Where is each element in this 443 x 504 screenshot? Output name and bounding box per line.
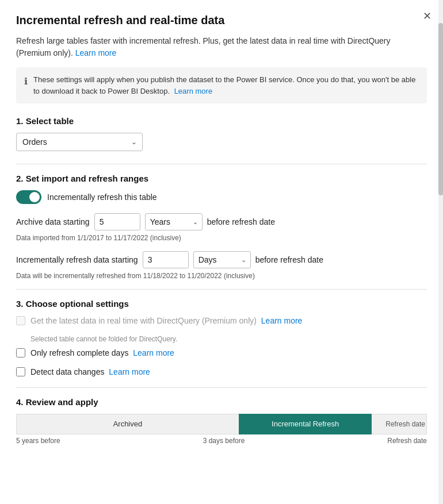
timeline-bar: Archived Incremental Refresh Refresh dat… xyxy=(16,414,427,434)
toggle-knob xyxy=(29,192,40,202)
refresh-value-input[interactable] xyxy=(143,251,189,268)
intro-learn-more-link[interactable]: Learn more xyxy=(75,48,117,57)
complete-days-learn-more-link[interactable]: Learn more xyxy=(133,348,174,357)
section3-title: 3. Choose optional settings xyxy=(16,299,427,309)
directquery-row: Get the latest data in real time with Di… xyxy=(16,316,427,327)
info-learn-more-link[interactable]: Learn more xyxy=(174,87,212,95)
refresh-row: Incrementally refresh data starting Days… xyxy=(16,251,427,268)
refresh-suffix: before refresh date xyxy=(255,255,323,264)
divider3 xyxy=(16,387,427,388)
section1: 1. Select table Orders ⌄ xyxy=(16,116,427,151)
directquery-learn-more-link[interactable]: Learn more xyxy=(261,316,303,325)
section4-title: 4. Review and apply xyxy=(16,397,427,407)
bar-refresh-date: Refresh date xyxy=(372,414,427,434)
section3: 3. Choose optional settings Get the late… xyxy=(16,299,427,378)
section4: 4. Review and apply Archived Incremental… xyxy=(16,397,427,445)
refresh-unit-wrapper: Days Weeks Months Quarters Years ⌄ xyxy=(193,251,251,268)
bar-archived: Archived xyxy=(16,414,239,434)
scrollbar[interactable] xyxy=(438,0,443,504)
incremental-refresh-toggle[interactable] xyxy=(16,190,41,204)
info-icon: ℹ xyxy=(24,75,28,89)
divider1 xyxy=(16,164,427,164)
dialog-title: Incremental refresh and real-time data xyxy=(16,14,427,27)
complete-days-row: Only refresh complete days Learn more xyxy=(16,348,427,359)
detect-changes-row: Detect data changes Learn more xyxy=(16,367,427,378)
timeline-label-left: 5 years before xyxy=(16,437,60,445)
archive-row: Archive data starting Days Weeks Months … xyxy=(16,213,427,230)
section2-title: 2. Set import and refresh ranges xyxy=(16,174,427,183)
complete-days-checkbox[interactable] xyxy=(16,348,25,357)
directquery-label: Get the latest data in real time with Di… xyxy=(30,316,257,325)
detect-changes-learn-more-link[interactable]: Learn more xyxy=(109,367,150,376)
toggle-row: Incrementally refresh this table xyxy=(16,190,427,204)
info-box: ℹ These settings will apply when you pub… xyxy=(16,67,427,103)
close-icon: ✕ xyxy=(423,10,431,22)
archive-label: Archive data starting xyxy=(16,217,90,226)
timeline-labels: 5 years before 3 days before Refresh dat… xyxy=(16,434,427,445)
refresh-date-info: Data will be incrementally refreshed fro… xyxy=(16,272,427,280)
archive-unit-wrapper: Days Weeks Months Quarters Years ⌄ xyxy=(145,213,203,230)
timeline-label-middle: 3 days before xyxy=(203,437,245,445)
detect-changes-checkbox[interactable] xyxy=(16,367,25,376)
refresh-unit-dropdown[interactable]: Days Weeks Months Quarters Years xyxy=(193,251,251,268)
divider2 xyxy=(16,289,427,290)
detect-changes-label: Detect data changes Learn more xyxy=(30,367,150,378)
toggle-label: Incrementally refresh this table xyxy=(47,193,157,202)
timeline-label-right: Refresh date xyxy=(387,437,427,445)
table-dropdown-wrapper: Orders ⌄ xyxy=(16,133,143,151)
bar-incremental: Incremental Refresh xyxy=(239,414,372,434)
complete-days-label: Only refresh complete days Learn more xyxy=(30,348,174,359)
archive-date-info: Data imported from 1/1/2017 to 11/17/202… xyxy=(16,234,427,242)
intro-text: Refresh large tables faster with increme… xyxy=(16,35,427,59)
scrollbar-thumb xyxy=(438,23,443,195)
section1-title: 1. Select table xyxy=(16,116,427,126)
table-dropdown[interactable]: Orders xyxy=(16,133,143,151)
info-box-text: These settings will apply when you publi… xyxy=(33,75,415,95)
directquery-note: Selected table cannot be folded for Dire… xyxy=(30,335,427,343)
archive-value-input[interactable] xyxy=(94,213,140,230)
close-button[interactable]: ✕ xyxy=(419,8,435,24)
archive-suffix: before refresh date xyxy=(207,217,275,226)
dialog: ✕ Incremental refresh and real-time data… xyxy=(0,0,443,504)
directquery-checkbox[interactable] xyxy=(16,316,25,325)
section2: 2. Set import and refresh ranges Increme… xyxy=(16,174,427,280)
archive-unit-dropdown[interactable]: Days Weeks Months Quarters Years xyxy=(145,213,203,230)
refresh-label: Incrementally refresh data starting xyxy=(16,255,138,264)
